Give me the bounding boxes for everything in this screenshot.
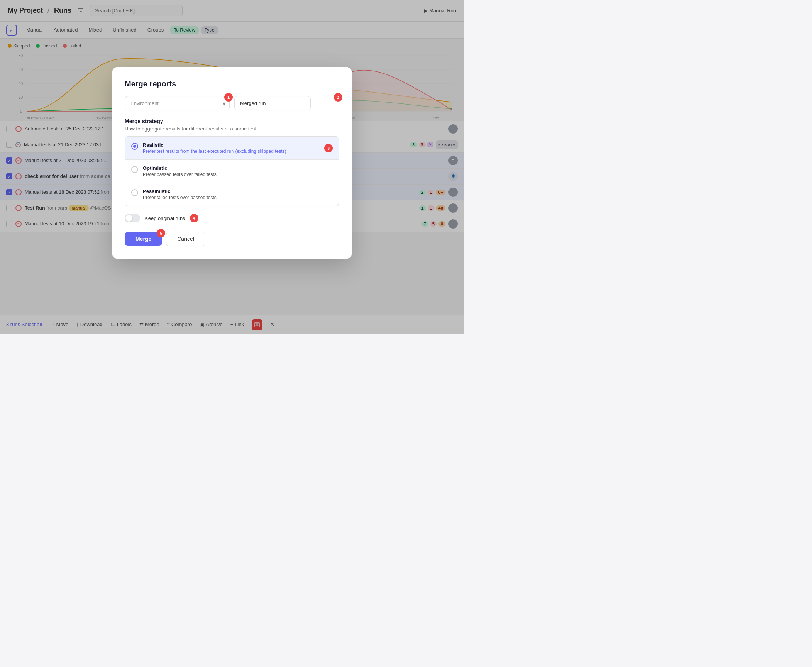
merged-run-wrap: 2 bbox=[234, 96, 339, 110]
cancel-button[interactable]: Cancel bbox=[166, 232, 205, 246]
radio-realistic bbox=[131, 143, 138, 150]
strategy-pessimistic-title: Pessimistic bbox=[143, 188, 217, 194]
step-4-badge: 4 bbox=[190, 214, 198, 222]
step-5-badge: 5 bbox=[157, 229, 165, 237]
keep-original-toggle[interactable] bbox=[125, 214, 140, 222]
strategy-realistic-desc: Prefer test results from the last execut… bbox=[143, 149, 286, 154]
environment-select-wrap: Environment ▾ 1 bbox=[125, 96, 230, 110]
strategy-pessimistic-desc: Prefer failed tests over passed tests bbox=[143, 195, 217, 200]
step-3-badge: 3 bbox=[324, 144, 333, 152]
step-2-badge: 2 bbox=[334, 93, 342, 102]
strategy-section-title: Merge strategy bbox=[125, 118, 339, 124]
modal-top-row: Environment ▾ 1 2 bbox=[125, 96, 339, 110]
strategy-realistic[interactable]: Realistic Prefer test results from the l… bbox=[125, 137, 339, 160]
merged-run-input[interactable] bbox=[234, 96, 311, 110]
radio-pessimistic bbox=[131, 189, 138, 196]
strategy-realistic-title: Realistic bbox=[143, 142, 286, 148]
environment-select[interactable]: Environment bbox=[125, 96, 230, 110]
keep-original-row: Keep original runs 4 bbox=[125, 214, 339, 222]
keep-original-label: Keep original runs bbox=[145, 215, 185, 221]
radio-optimistic bbox=[131, 166, 138, 173]
strategy-pessimistic[interactable]: Pessimistic Prefer failed tests over pas… bbox=[125, 183, 339, 206]
modal-actions: Merge 5 Cancel bbox=[125, 232, 339, 246]
strategy-optimistic-desc: Prefer passed tests over failed tests bbox=[143, 172, 217, 177]
strategy-options: Realistic Prefer test results from the l… bbox=[125, 136, 339, 206]
strategy-optimistic[interactable]: Optimistic Prefer passed tests over fail… bbox=[125, 160, 339, 183]
merge-reports-modal: Merge reports Environment ▾ 1 2 Merge st… bbox=[112, 67, 352, 259]
strategy-optimistic-title: Optimistic bbox=[143, 165, 217, 171]
strategy-section-desc: How to aggregate results for different r… bbox=[125, 126, 339, 132]
modal-title: Merge reports bbox=[125, 80, 339, 88]
step-1-badge: 1 bbox=[224, 93, 233, 102]
